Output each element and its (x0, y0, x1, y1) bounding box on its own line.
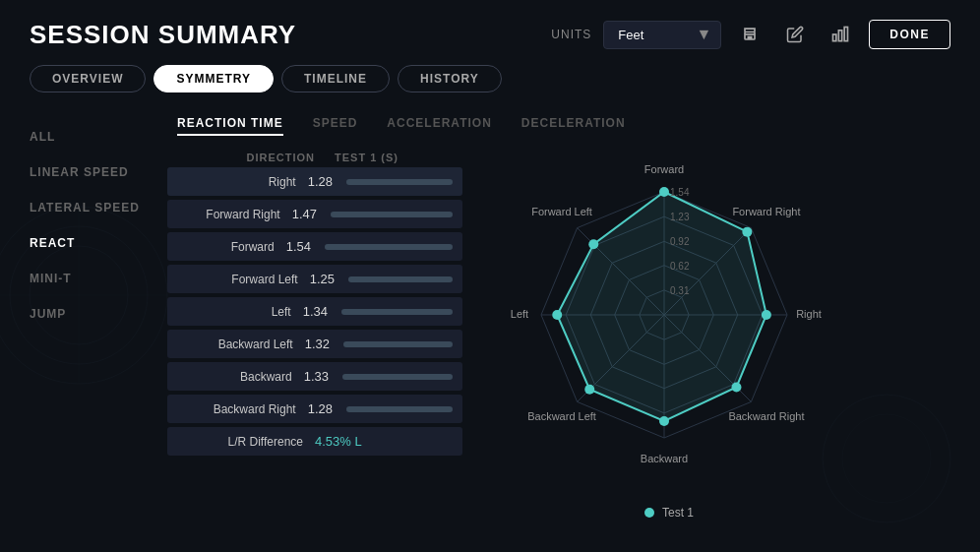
bar (325, 244, 453, 250)
bar (346, 406, 453, 412)
radar-scale-label: 0.31 (670, 285, 690, 296)
bar-container (331, 212, 453, 217)
units-dropdown-wrapper: Feet Meters ▼ (603, 21, 721, 49)
chart-button[interactable] (824, 18, 857, 51)
table-row: Forward Right 1.47 (167, 200, 462, 228)
print-button[interactable] (733, 18, 766, 51)
radar-data-point (552, 310, 562, 320)
page-title: SESSION SUMMARY (30, 20, 551, 50)
table-row: Backward 1.33 (167, 362, 462, 391)
table-row: Forward Left 1.25 (167, 265, 462, 293)
tab-acceleration[interactable]: ACCELERATION (387, 116, 491, 136)
radar-data-point (762, 310, 771, 320)
table-body: Right 1.28 Forward Right 1.47 Forward 1.… (167, 167, 462, 456)
cell-direction: Right (177, 175, 308, 189)
radar-direction-label: Right (796, 308, 822, 320)
svg-rect-9 (833, 34, 836, 41)
sidebar-item-linear-speed[interactable]: LINEAR SPEED (30, 155, 167, 189)
table-header: DIRECTION TEST 1 (S) (167, 148, 462, 167)
radar-direction-label: Backward Left (527, 410, 596, 422)
bar-container (343, 341, 453, 347)
cell-direction: Forward (177, 240, 286, 254)
bar (346, 179, 453, 185)
sidebar-item-react[interactable]: REACT (30, 226, 167, 260)
radar-direction-label: Forward (644, 163, 684, 175)
bar (343, 341, 453, 347)
legend-label: Test 1 (662, 506, 694, 520)
bar (348, 276, 453, 282)
bar-container (348, 276, 453, 282)
bar-container (342, 374, 453, 380)
cell-direction: Backward Left (177, 337, 305, 351)
main-content: ALL LINEAR SPEED LATERAL SPEED REACT MIN… (0, 106, 980, 540)
radar-data-point (731, 382, 741, 392)
tab-deceleration[interactable]: DECELERATION (521, 116, 626, 136)
units-section: UNITS Feet Meters ▼ (551, 18, 950, 51)
radar-chart: ForwardForward RightRightBackward RightB… (482, 157, 856, 502)
radar-direction-label: Forward Right (732, 206, 800, 217)
bar (342, 374, 453, 380)
radar-data-point (659, 187, 669, 197)
bar-container (346, 179, 453, 185)
cell-value: 1.54 (286, 239, 311, 254)
bar-container (346, 406, 453, 412)
radar-scale-label: 0.62 (670, 261, 690, 272)
sidebar-item-jump[interactable]: JUMP (30, 297, 167, 331)
cell-value: 1.25 (310, 272, 335, 286)
table-row: Right 1.28 (167, 167, 462, 196)
radar-svg: ForwardForward RightRightBackward RightB… (482, 157, 856, 492)
radar-area: ForwardForward RightRightBackward RightB… (462, 148, 876, 529)
radar-scale-label: 1.23 (670, 212, 690, 222)
tab-speed[interactable]: SPEED (313, 116, 358, 136)
cell-value: 1.34 (303, 304, 328, 319)
sidebar: ALL LINEAR SPEED LATERAL SPEED REACT MIN… (0, 106, 167, 540)
metric-tabs: REACTION TIME SPEED ACCELERATION DECELER… (167, 116, 980, 148)
radar-legend: Test 1 (644, 506, 694, 520)
radar-scale-label: 1.54 (670, 187, 690, 198)
tab-reaction-time[interactable]: REACTION TIME (177, 116, 283, 136)
svg-rect-10 (839, 31, 842, 41)
radar-data-point (659, 416, 669, 426)
svg-rect-11 (844, 28, 847, 41)
cell-value: 1.28 (308, 401, 333, 416)
sidebar-item-mini-t[interactable]: MINI-T (30, 262, 167, 295)
data-table: DIRECTION TEST 1 (S) Right 1.28 Forward … (167, 148, 462, 529)
header: SESSION SUMMARY UNITS Feet Meters ▼ (0, 0, 980, 65)
cell-value: 1.32 (305, 337, 330, 351)
units-label: UNITS (551, 28, 591, 41)
cell-value: 1.47 (292, 207, 317, 221)
cell-direction: Left (177, 305, 303, 319)
cell-direction: Forward Right (177, 208, 292, 221)
col-test: TEST 1 (S) (315, 152, 413, 163)
sidebar-item-lateral-speed[interactable]: LATERAL SPEED (30, 191, 167, 224)
cell-value: 1.28 (308, 174, 333, 189)
cell-direction: Backward Right (177, 402, 308, 416)
radar-data-point (588, 239, 598, 249)
radar-direction-label: Left (511, 308, 528, 320)
bar (331, 212, 453, 217)
done-button[interactable]: DONE (869, 20, 950, 49)
sidebar-item-all[interactable]: ALL (30, 120, 167, 153)
tab-timeline[interactable]: TIMELINE (281, 65, 390, 92)
radar-direction-label: Forward Left (531, 206, 592, 217)
table-row: Forward 1.54 (167, 232, 462, 261)
tab-overview[interactable]: OVERVIEW (30, 65, 146, 92)
edit-button[interactable] (778, 18, 812, 51)
radar-direction-label: Backward (641, 453, 688, 464)
data-panel: REACTION TIME SPEED ACCELERATION DECELER… (167, 106, 980, 540)
cell-direction: Forward Left (177, 273, 310, 286)
tab-history[interactable]: HISTORY (398, 65, 502, 92)
cell-direction: L/R Difference (177, 435, 315, 449)
cell-direction: Backward (177, 370, 304, 384)
radar-data-point (584, 385, 594, 395)
table-row: L/R Difference 4.53% L (167, 427, 462, 456)
units-select[interactable]: Feet Meters (603, 21, 721, 49)
table-row: Left 1.34 (167, 297, 462, 326)
cell-value: 4.53% L (315, 434, 362, 449)
bar (341, 309, 453, 315)
legend-dot (644, 508, 654, 518)
radar-scale-label: 0.92 (670, 236, 690, 247)
radar-direction-label: Backward Right (728, 410, 804, 422)
tab-symmetry[interactable]: SYMMETRY (153, 65, 274, 92)
svg-rect-8 (748, 36, 753, 39)
